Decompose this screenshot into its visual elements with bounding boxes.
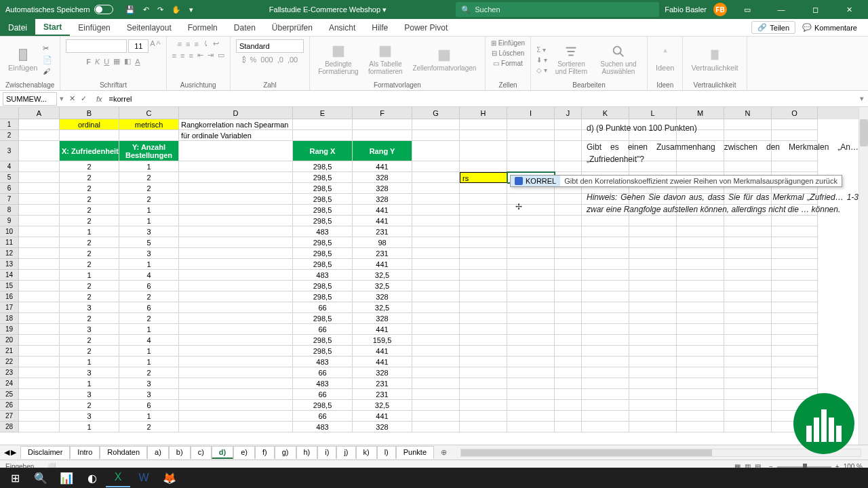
cell[interactable] [19,205,60,216]
cell[interactable] [412,400,460,411]
spreadsheet-grid[interactable]: ABCDEFGHIJKLMNO 1ordinalmetrischRangkorr… [0,107,868,445]
column-header-L[interactable]: L [629,107,677,119]
cell[interactable] [179,389,293,400]
currency-icon[interactable]: ₿ [242,56,246,64]
cell[interactable] [555,378,582,389]
cell[interactable]: 2 [60,194,119,205]
expand-formula-icon[interactable]: ▾ [856,94,868,103]
cell[interactable] [582,313,629,324]
cell[interactable] [582,302,629,313]
cell[interactable]: 66 [293,389,353,400]
cell[interactable]: Rang X [293,141,353,161]
comma-icon[interactable]: 000 [260,56,273,64]
tab-home[interactable]: Start [35,19,70,36]
cell[interactable] [724,422,772,432]
cell[interactable] [507,335,555,346]
cell[interactable]: 3 [60,367,119,378]
cell[interactable]: 1 [60,378,119,389]
cell[interactable] [555,216,582,226]
cell[interactable] [412,346,460,357]
cell[interactable] [724,357,772,367]
cell[interactable] [293,130,353,141]
cell[interactable] [555,389,582,400]
cell[interactable] [507,216,555,226]
sheet-tab[interactable]: i) [317,446,336,459]
cell[interactable] [507,378,555,389]
sheet-tab[interactable]: e) [233,446,255,459]
cell[interactable] [507,291,555,302]
sensitivity-button[interactable]: Vertraulichkeit [688,46,741,73]
cell[interactable] [582,411,629,422]
cell[interactable]: 2 [60,216,119,226]
cell[interactable]: für ordinale Variablen [179,130,293,141]
cell[interactable] [555,400,582,411]
cell[interactable]: 441 [353,324,412,335]
fill-icon[interactable]: ⬇ ▾ [536,56,547,64]
cell[interactable] [19,248,60,259]
column-header-N[interactable]: N [724,107,772,119]
cell[interactable] [179,335,293,346]
cell[interactable]: 231 [353,248,412,259]
column-header-K[interactable]: K [582,107,629,119]
sheet-nav-next-icon[interactable]: ▶ [11,448,16,457]
cell[interactable] [179,161,293,172]
cell[interactable] [772,346,818,357]
cell[interactable] [677,270,724,281]
delete-cells-button[interactable]: ⊟ Löschen [492,49,525,57]
cell[interactable]: 1 [60,270,119,281]
ideas-button[interactable]: Ideen [653,46,677,73]
cell[interactable] [293,119,353,130]
cut-icon[interactable]: ✂ [43,44,52,53]
sheet-tab[interactable]: d) [212,446,233,459]
cell[interactable] [179,357,293,367]
cell[interactable] [677,378,724,389]
row-header[interactable]: 21 [0,346,19,357]
cell[interactable] [555,205,582,216]
row-header[interactable]: 22 [0,357,19,367]
cell[interactable]: 4 [119,270,179,281]
row-header[interactable]: 10 [0,226,19,237]
cell[interactable] [677,346,724,357]
cell[interactable] [677,259,724,270]
cell[interactable]: 2 [119,367,179,378]
cell[interactable] [724,259,772,270]
cell[interactable] [19,302,60,313]
cell[interactable] [555,226,582,237]
cell[interactable] [460,400,507,411]
cell[interactable]: Y: AnzahlBestellungen [119,141,179,161]
cell[interactable] [353,119,412,130]
taskbar-search-icon[interactable]: 🔍 [28,468,53,487]
autosave-toggle[interactable]: Automatisches Speichern [0,5,119,14]
cell[interactable] [179,302,293,313]
cell[interactable] [629,248,677,259]
cell[interactable] [555,313,582,324]
cell[interactable] [507,357,555,367]
cell[interactable]: Rang Y [353,141,412,161]
cell[interactable] [412,248,460,259]
cell[interactable] [412,226,460,237]
cell[interactable] [555,411,582,422]
cell[interactable]: 328 [353,172,412,183]
align-top-icon[interactable]: ≡ [178,40,182,48]
cell[interactable]: 1 [119,357,179,367]
column-header-B[interactable]: B [60,107,119,119]
cell[interactable] [724,378,772,389]
cell[interactable]: 3 [119,226,179,237]
undo-icon[interactable]: ↶ [143,5,149,14]
cell[interactable]: 2 [60,313,119,324]
cell[interactable]: 231 [353,226,412,237]
cell[interactable]: 483 [293,422,353,432]
cell[interactable] [677,291,724,302]
cell[interactable] [772,281,818,291]
cell[interactable] [772,357,818,367]
column-header-A[interactable]: A [19,107,60,119]
cell[interactable] [724,313,772,324]
comments-button[interactable]: 💬 Kommentare [797,21,863,34]
row-header[interactable]: 27 [0,411,19,422]
cell[interactable] [19,324,60,335]
cell[interactable] [19,183,60,194]
cell[interactable]: 2 [60,346,119,357]
cell[interactable] [19,270,60,281]
cell[interactable] [582,335,629,346]
find-select-button[interactable]: Suchen und Auswählen [595,43,642,77]
